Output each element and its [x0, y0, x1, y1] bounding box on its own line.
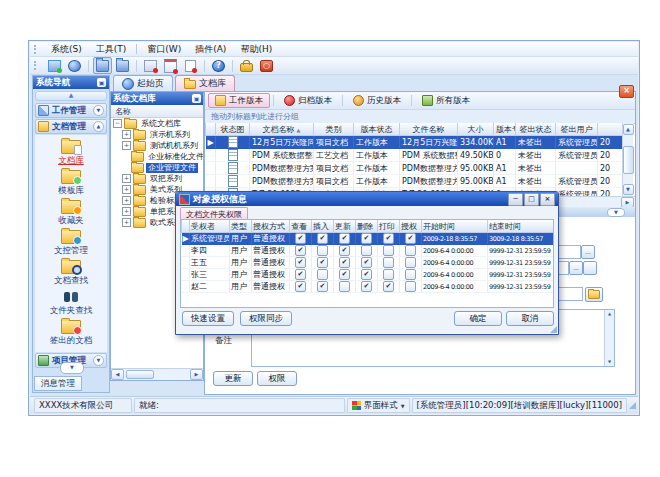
textarea-scrollbar[interactable]: ▲▼ [604, 310, 614, 366]
perm-column-header-7[interactable]: 删除 [356, 220, 378, 233]
checkbox[interactable] [317, 269, 328, 280]
power-button[interactable] [257, 57, 276, 74]
checkbox[interactable] [361, 281, 372, 292]
chevron-down-icon[interactable]: ▼ [93, 355, 104, 366]
checkbox[interactable] [383, 245, 394, 256]
tree-expander-icon[interactable]: + [122, 130, 131, 139]
checkbox[interactable] [405, 245, 416, 256]
column-header-2[interactable]: 文档名称▲ [250, 123, 314, 136]
version-button-2[interactable]: 归档版本 [277, 93, 339, 108]
checkbox[interactable] [405, 281, 416, 292]
tree-node-6[interactable]: +双把系列 [111, 173, 203, 184]
column-header-1[interactable]: 状态图 [216, 123, 250, 136]
scroll-left-icon[interactable]: ◀ [111, 369, 124, 380]
tree-node-3[interactable]: +测试机机系列 [111, 140, 203, 151]
perm-column-header-9[interactable]: 授权 [400, 220, 422, 233]
checkbox[interactable] [317, 281, 328, 292]
sidebar-more-button[interactable]: ▼ [60, 362, 84, 374]
checkbox[interactable] [361, 257, 372, 268]
sidebar-item-3[interactable]: 收藏夹 [35, 198, 107, 228]
menu-item-5[interactable]: 帮助(H) [233, 43, 279, 56]
scroll-thumb[interactable] [623, 146, 634, 174]
menu-item-1[interactable]: 系统(S) [44, 43, 89, 56]
sidebar-section-work[interactable]: 工作管理 ▼ [35, 103, 107, 118]
update-button[interactable]: 更新 [213, 371, 253, 386]
permission-row-3[interactable]: 王五用户普通授权2009-6-4 0:00:009999-12-31 23:59… [182, 257, 554, 269]
sidebar-item-2[interactable]: 模板库 [35, 168, 107, 198]
sidebar-item-6[interactable]: 文件夹查找 [35, 288, 107, 318]
checkbox[interactable] [295, 245, 306, 256]
permission-row-4[interactable]: 张三用户普通授权2009-6-4 0:00:009999-12-31 23:59… [182, 269, 554, 281]
sidebar-item-1[interactable]: 文档库 [35, 138, 107, 168]
grid-vscrollbar[interactable]: ▲ ▼ [622, 123, 633, 196]
tree-hscrollbar[interactable]: ◀ ▶ [111, 368, 203, 380]
scroll-right-icon[interactable]: ▶ [190, 369, 203, 380]
column-header-6[interactable]: 大小 [458, 123, 494, 136]
checkbox[interactable] [295, 233, 306, 244]
sync-button[interactable] [45, 57, 64, 74]
perm-column-header-3[interactable]: 授权方式 [252, 220, 290, 233]
version-button-1[interactable]: 工作版本 [208, 93, 270, 108]
tab-1[interactable]: 起始页 [113, 75, 173, 91]
sidebar-pin-icon[interactable]: ▣ [97, 78, 106, 87]
checkbox[interactable] [383, 257, 394, 268]
perm-column-header-8[interactable]: 打印 [378, 220, 400, 233]
checkbox[interactable] [361, 233, 372, 244]
window-resize-grip[interactable] [629, 402, 636, 409]
calendar-alert-button[interactable] [161, 57, 180, 74]
checkbox[interactable] [317, 233, 328, 244]
folder-button[interactable] [113, 57, 132, 74]
tree-expander-icon[interactable]: + [122, 141, 131, 150]
checkbox[interactable] [405, 269, 416, 280]
message-mgmt-tab[interactable]: 消息管理 [34, 376, 82, 391]
checkbox[interactable] [339, 233, 350, 244]
checkbox[interactable] [339, 245, 350, 256]
tree-node-2[interactable]: +演示机系列 [111, 129, 203, 140]
splitter-collapse-icon[interactable]: ▼ [607, 208, 625, 217]
tab-2[interactable]: 文档库 [175, 75, 235, 91]
perm-column-header-2[interactable]: 类型 [230, 220, 252, 233]
mail-alert-button[interactable] [141, 57, 160, 74]
tree-expander-icon[interactable]: + [122, 207, 131, 216]
checkbox[interactable] [383, 281, 394, 292]
version-button-4[interactable]: 所有版本 [415, 93, 477, 108]
sidebar-collapse-button[interactable]: ▲ [35, 91, 107, 101]
document-row-4[interactable]: PDM数据整理方案2.doc项目文档工作版本PDM数据整理方案2.doc95.0… [206, 175, 623, 188]
sidebar-item-4[interactable]: 文控管理 [35, 228, 107, 258]
perm-column-header-1[interactable]: 受权者 [190, 220, 230, 233]
tree-node-5[interactable]: 企业管理文件 [111, 162, 203, 173]
checkbox[interactable] [361, 245, 372, 256]
help-button[interactable] [209, 57, 228, 74]
column-header-4[interactable]: 版本状态 [354, 123, 400, 136]
ok-button[interactable]: 确定 [454, 311, 502, 326]
scroll-up-icon[interactable]: ▲ [623, 124, 634, 135]
ellipsis-button[interactable]: … [569, 261, 583, 275]
checkbox[interactable] [317, 257, 328, 268]
tree-expander-icon[interactable]: + [122, 185, 131, 194]
open-folder-button[interactable] [585, 287, 603, 302]
checkbox[interactable] [339, 281, 350, 292]
permission-row-1[interactable]: ▶系统管理员用户普通授权2009-2-18 8:35:573009-2-18 8… [182, 233, 554, 245]
cancel-button[interactable]: 取消 [506, 311, 554, 326]
checkbox[interactable] [295, 281, 306, 292]
checkbox[interactable] [383, 269, 394, 280]
chevron-down-icon[interactable]: ▼ [93, 105, 104, 116]
chevron-up-icon[interactable]: ▲ [93, 121, 104, 132]
tree-node-4[interactable]: 企业标准化文件 [111, 151, 203, 162]
checkbox[interactable] [383, 233, 394, 244]
browse-button[interactable] [583, 261, 597, 275]
checkbox[interactable] [317, 245, 328, 256]
sidebar-item-7[interactable]: 签出的文档 [35, 318, 107, 348]
menu-item-2[interactable]: 工具(T) [89, 43, 134, 56]
ellipsis-button[interactable]: … [581, 245, 595, 259]
checkbox[interactable] [295, 269, 306, 280]
permission-sync-button[interactable]: 权限同步 [240, 311, 292, 326]
perm-column-header-6[interactable]: 更新 [334, 220, 356, 233]
tree-expander-icon[interactable]: − [113, 119, 122, 128]
checkbox[interactable] [339, 269, 350, 280]
column-header-7[interactable]: 版本号 [494, 123, 516, 136]
dialog-resize-grip[interactable] [550, 326, 557, 333]
menu-item-4[interactable]: 插件(A) [188, 43, 233, 56]
checkbox[interactable] [405, 233, 416, 244]
document-row-2[interactable]: PDM 系统数据整理检...工艺文档工作版本PDM 系统数据整理...49.50… [206, 149, 623, 162]
